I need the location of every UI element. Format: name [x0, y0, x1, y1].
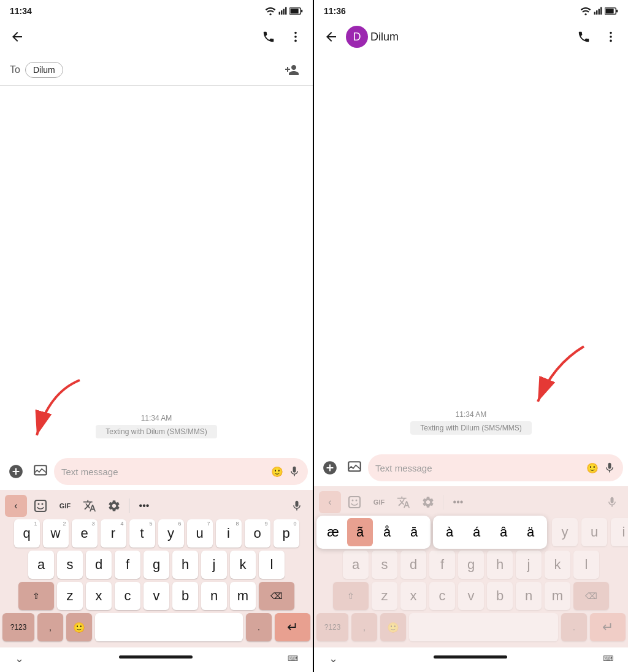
key-p-left[interactable]: p0: [274, 519, 299, 548]
key-h-left[interactable]: h: [172, 551, 198, 579]
add-button-left[interactable]: [5, 460, 27, 483]
key-k-right[interactable]: k: [545, 551, 570, 579]
key-a-left[interactable]: a: [28, 551, 54, 579]
kb-sticker-btn-left[interactable]: [29, 495, 52, 517]
nav-chevron-left[interactable]: ⌄: [15, 652, 24, 665]
key-z-right[interactable]: z: [372, 582, 397, 610]
text-input-left[interactable]: Text message 🙂: [54, 458, 308, 485]
popup-key-amacron[interactable]: ā: [401, 518, 427, 546]
key-f-right[interactable]: f: [429, 551, 455, 579]
key-shift-left[interactable]: ⇧: [18, 582, 54, 610]
key-space-right[interactable]: [409, 613, 558, 641]
key-b-left[interactable]: b: [172, 582, 198, 610]
key-y-left[interactable]: y6: [158, 519, 184, 548]
key-a-right[interactable]: a: [343, 551, 369, 579]
key-d-left[interactable]: d: [86, 551, 112, 579]
popup-key-aacute[interactable]: á: [464, 518, 489, 546]
key-w-left[interactable]: w2: [43, 519, 69, 548]
key-y-right[interactable]: y: [552, 518, 578, 546]
key-enter-right[interactable]: ↵: [590, 613, 626, 641]
back-button-right[interactable]: [319, 25, 343, 49]
key-f-left[interactable]: f: [115, 551, 140, 579]
key-c-left[interactable]: c: [115, 582, 140, 610]
recipient-chip[interactable]: Dilum: [25, 62, 63, 78]
key-123-right[interactable]: ?123: [316, 613, 348, 641]
kb-back-btn-left[interactable]: ‹: [5, 495, 27, 517]
nav-chevron-right[interactable]: ⌄: [329, 652, 338, 665]
key-r-left[interactable]: r4: [101, 519, 126, 548]
key-t-left[interactable]: t5: [129, 519, 155, 548]
popup-key-agrave[interactable]: à: [437, 518, 462, 546]
key-123-left[interactable]: ?123: [2, 613, 34, 641]
key-k-left[interactable]: k: [230, 551, 256, 579]
key-backspace-left[interactable]: ⌫: [259, 582, 294, 610]
key-period-left[interactable]: .: [246, 613, 272, 641]
nav-keyboard-left[interactable]: ⌨: [288, 654, 298, 663]
mic-icon-left[interactable]: [288, 465, 301, 478]
key-s-left[interactable]: s: [57, 551, 83, 579]
key-comma-right[interactable]: ,: [351, 613, 377, 641]
key-u-left[interactable]: u7: [187, 519, 213, 548]
key-d-right[interactable]: d: [400, 551, 426, 579]
key-emoji-right[interactable]: 🙂: [380, 613, 406, 641]
key-space-left[interactable]: [95, 613, 243, 641]
kb-more-btn-right: •••: [447, 491, 469, 513]
key-u-right[interactable]: u: [581, 518, 607, 546]
emoji-icon-right[interactable]: 🙂: [586, 462, 599, 474]
popup-key-auml[interactable]: ä: [518, 518, 543, 546]
key-j-right[interactable]: j: [516, 551, 542, 579]
key-b-right[interactable]: b: [487, 582, 513, 610]
kb-back-btn-right[interactable]: ‹: [319, 491, 341, 513]
key-enter-left[interactable]: ↵: [275, 613, 310, 641]
key-m-right[interactable]: m: [545, 582, 570, 610]
key-x-right[interactable]: x: [400, 582, 426, 610]
key-comma-left[interactable]: ,: [37, 613, 63, 641]
phone-button-left[interactable]: [256, 25, 281, 49]
key-g-right[interactable]: g: [458, 551, 484, 579]
text-input-right[interactable]: Text message 🙂: [368, 454, 623, 481]
key-l-right[interactable]: l: [573, 551, 599, 579]
key-q-left[interactable]: q1: [14, 519, 40, 548]
key-z-left[interactable]: z: [57, 582, 83, 610]
key-j-left[interactable]: j: [201, 551, 227, 579]
mic-icon-right[interactable]: [603, 462, 616, 474]
kb-translate-btn-left[interactable]: [78, 495, 101, 517]
key-n-left[interactable]: n: [201, 582, 227, 610]
key-l-left[interactable]: l: [259, 551, 285, 579]
key-backspace-right[interactable]: ⌫: [573, 582, 609, 610]
key-v-right[interactable]: v: [458, 582, 484, 610]
popup-key-aring[interactable]: å: [374, 518, 400, 546]
media-button-right[interactable]: [343, 457, 366, 479]
add-contact-button[interactable]: [281, 59, 303, 81]
media-button-left[interactable]: [29, 460, 52, 483]
kb-settings-btn-left[interactable]: [103, 495, 125, 517]
key-v-left[interactable]: v: [144, 582, 169, 610]
key-h-right[interactable]: h: [487, 551, 513, 579]
more-button-left[interactable]: [283, 25, 308, 49]
key-s-right[interactable]: s: [372, 551, 397, 579]
kb-gif-btn-left[interactable]: GIF: [54, 495, 76, 517]
emoji-icon-left[interactable]: 🙂: [271, 466, 283, 478]
phone-button-right[interactable]: [572, 25, 596, 49]
key-x-left[interactable]: x: [86, 582, 112, 610]
key-i-right[interactable]: i: [611, 518, 628, 546]
more-button-right[interactable]: [599, 25, 623, 49]
popup-key-atilde[interactable]: ã: [347, 518, 373, 546]
popup-key-acirc[interactable]: â: [491, 518, 516, 546]
key-emoji-left[interactable]: 🙂: [66, 613, 92, 641]
add-button-right[interactable]: [319, 457, 341, 479]
key-i-left[interactable]: i8: [216, 519, 242, 548]
popup-key-ae[interactable]: æ: [320, 518, 346, 546]
key-g-left[interactable]: g: [144, 551, 169, 579]
key-c-right[interactable]: c: [429, 582, 455, 610]
key-n-right[interactable]: n: [516, 582, 542, 610]
kb-more-btn-left[interactable]: •••: [133, 495, 155, 517]
key-e-left[interactable]: e3: [72, 519, 98, 548]
back-button-left[interactable]: [5, 25, 29, 49]
key-o-left[interactable]: o9: [245, 519, 270, 548]
key-shift-right[interactable]: ⇧: [333, 582, 369, 610]
key-m-left[interactable]: m: [230, 582, 256, 610]
nav-keyboard-right[interactable]: ⌨: [603, 654, 613, 663]
key-period-right[interactable]: .: [561, 613, 587, 641]
kb-mic-btn-left[interactable]: [286, 495, 308, 517]
